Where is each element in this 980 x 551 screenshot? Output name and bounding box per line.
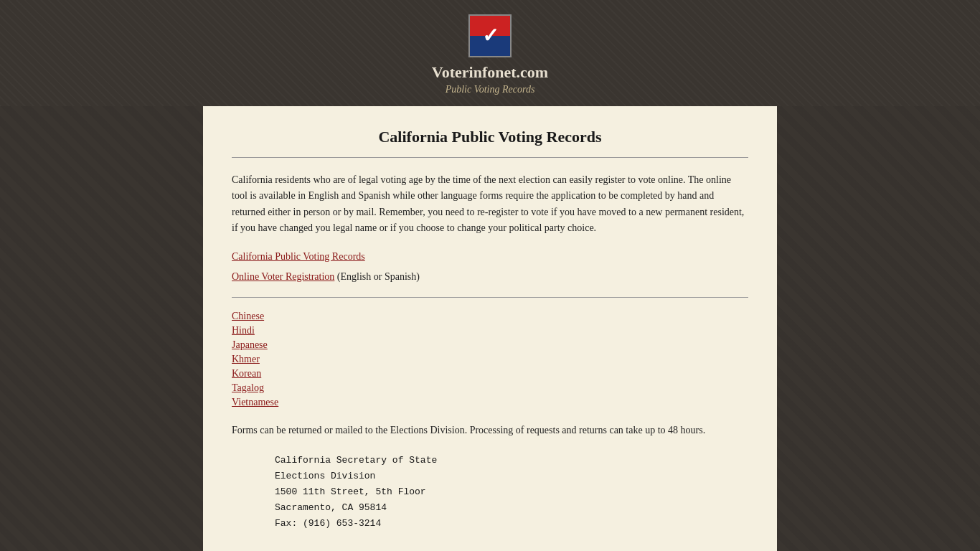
language-link-tagalog[interactable]: Tagalog — [232, 382, 748, 394]
forms-text: Forms can be returned or mailed to the E… — [232, 423, 748, 438]
address-block: California Secretary of State Elections … — [275, 453, 748, 532]
section-divider — [232, 297, 748, 298]
address-line-1: California Secretary of State — [275, 453, 748, 468]
voter-registration-suffix: (English or Spanish) — [334, 271, 420, 282]
site-title: Voterinfonet.com — [0, 63, 980, 82]
language-links: ChineseHindiJapaneseKhmerKoreanTagalogVi… — [232, 311, 748, 408]
address-line-3: 1500 11th Street, 5th Floor — [275, 484, 748, 500]
main-content: California Public Voting Records Califor… — [203, 106, 777, 551]
logo-box: ✓ — [468, 14, 512, 57]
intro-text: California residents who are of legal vo… — [232, 172, 748, 237]
site-subtitle: Public Voting Records — [0, 84, 980, 95]
language-link-hindi[interactable]: Hindi — [232, 325, 748, 336]
language-link-japanese[interactable]: Japanese — [232, 339, 748, 351]
address-line-4: Sacramento, CA 95814 — [275, 500, 748, 516]
logo-checkmark: ✓ — [482, 26, 499, 46]
language-link-korean[interactable]: Korean — [232, 368, 748, 380]
voting-records-link[interactable]: California Public Voting Records — [232, 251, 748, 263]
page-title: California Public Voting Records — [232, 128, 748, 146]
site-header: ✓ Voterinfonet.com Public Voting Records — [0, 0, 980, 106]
language-link-chinese[interactable]: Chinese — [232, 311, 748, 322]
logo-container: ✓ — [468, 14, 512, 57]
language-link-khmer[interactable]: Khmer — [232, 354, 748, 365]
address-line-2: Elections Division — [275, 468, 748, 484]
address-line-5: Fax: (916) 653-3214 — [275, 516, 748, 532]
voter-registration-link[interactable]: Online Voter Registration — [232, 271, 334, 282]
language-link-vietnamese[interactable]: Vietnamese — [232, 397, 748, 408]
title-divider — [232, 157, 748, 158]
voter-registration-line: Online Voter Registration (English or Sp… — [232, 271, 748, 283]
